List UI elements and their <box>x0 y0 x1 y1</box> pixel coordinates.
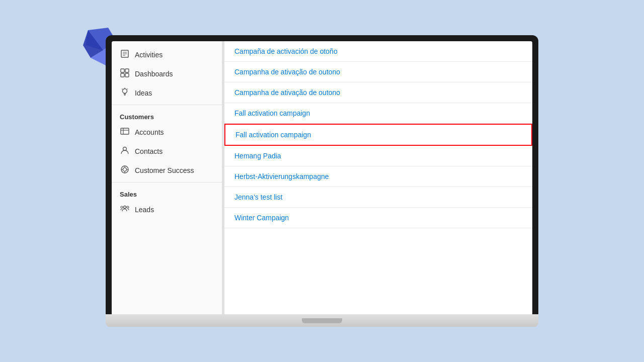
accounts-label: Accounts <box>135 128 164 136</box>
laptop-screen: Activities Dashboards <box>106 35 538 314</box>
ideas-label: Ideas <box>135 89 152 97</box>
svg-rect-8 <box>125 69 129 72</box>
svg-rect-10 <box>125 73 129 77</box>
contacts-icon <box>120 146 130 157</box>
leads-icon <box>120 204 130 215</box>
accounts-icon <box>120 127 130 138</box>
sidebar-item-accounts[interactable]: Accounts <box>112 123 222 142</box>
sales-section-header: Sales <box>112 185 222 200</box>
dashboards-icon <box>120 68 130 79</box>
list-item-highlighted[interactable]: Fall activation campaign <box>224 124 532 146</box>
svg-line-15 <box>127 89 128 89</box>
sidebar-item-leads[interactable]: Leads <box>112 200 222 219</box>
list-item[interactable]: Hemang Padia <box>224 146 532 166</box>
list-item[interactable]: Campaña de activación de otoño <box>224 41 532 62</box>
list-item[interactable]: Herbst-Aktivierungskampagne <box>224 166 532 187</box>
divider-2 <box>112 182 222 183</box>
svg-rect-9 <box>121 73 124 77</box>
ideas-icon <box>120 87 130 99</box>
customer-success-icon <box>120 165 130 176</box>
svg-rect-17 <box>121 128 129 134</box>
sidebar-item-ideas[interactable]: Ideas <box>112 83 222 103</box>
svg-point-22 <box>123 168 127 171</box>
sidebar-item-contacts[interactable]: Contacts <box>112 142 222 161</box>
svg-point-27 <box>124 206 126 209</box>
svg-rect-7 <box>121 69 124 72</box>
leads-label: Leads <box>135 206 154 214</box>
laptop-base <box>106 314 538 327</box>
laptop-notch <box>302 318 342 323</box>
main-content: Campaña de activación de otoño Campanha … <box>224 41 532 314</box>
customers-section-header: Customers <box>112 107 222 123</box>
sidebar-item-customer-success[interactable]: Customer Success <box>112 161 222 180</box>
dashboards-label: Dashboards <box>135 70 173 78</box>
activities-label: Activities <box>135 51 163 59</box>
list-item[interactable]: Campanha de ativação de outono <box>224 82 532 103</box>
contacts-label: Contacts <box>135 147 163 155</box>
list-item[interactable]: Jenna's test list <box>224 187 532 208</box>
svg-line-16 <box>122 89 123 89</box>
list-item[interactable]: Fall activation campaign <box>224 103 532 124</box>
svg-point-28 <box>121 206 123 208</box>
divider-1 <box>112 105 222 105</box>
list-item[interactable]: Campanha de ativação de outono <box>224 62 532 82</box>
sidebar-item-activities[interactable]: Activities <box>112 45 222 64</box>
customer-success-label: Customer Success <box>135 166 194 174</box>
svg-point-11 <box>123 89 127 94</box>
sidebar: Activities Dashboards <box>112 41 222 314</box>
svg-point-29 <box>127 206 129 208</box>
activities-icon <box>120 49 130 60</box>
list-item[interactable]: Winter Campaign <box>224 208 532 228</box>
sidebar-item-dashboards[interactable]: Dashboards <box>112 64 222 83</box>
